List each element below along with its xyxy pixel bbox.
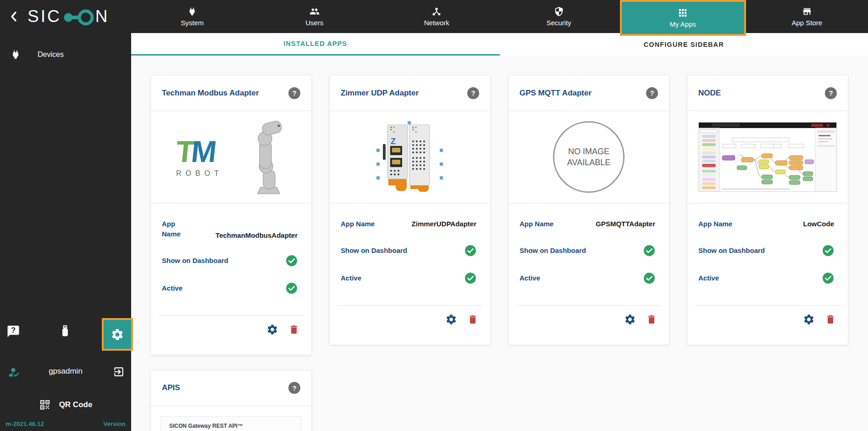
- sidebar-footer-icons: ?: [0, 318, 131, 352]
- no-image-text: NO IMAGE AVAILABLE: [562, 146, 615, 168]
- app-card-zimmer-udp-adapter: Zimmer UDP Adapter ?: [329, 75, 491, 345]
- help-icon[interactable]: ?: [646, 87, 658, 99]
- logo-text-right: N: [95, 7, 110, 26]
- gear-icon: [803, 313, 815, 325]
- gear-icon: [266, 324, 278, 336]
- tm-robot-logo: TM ROBOT: [176, 136, 223, 178]
- app-delete-button[interactable]: [467, 314, 478, 325]
- app-name-label: App Name: [341, 219, 375, 229]
- username-label: gpsadmin: [0, 367, 131, 376]
- logo-link-icon: [62, 8, 96, 27]
- sidebar: SIC N Devices ?: [0, 0, 131, 431]
- tab-installed-apps[interactable]: INSTALLED APPS: [131, 33, 500, 56]
- app-image-tm-robot: TM ROBOT: [151, 111, 311, 203]
- hub-icon: [431, 6, 442, 17]
- help-icon[interactable]: ?: [288, 87, 300, 99]
- user-row: gpsadmin: [0, 361, 131, 382]
- tm-robot-word: ROBOT: [176, 169, 223, 178]
- robot-arm-image: [242, 118, 286, 196]
- device-letter: Z: [391, 137, 396, 146]
- shield-icon: [554, 6, 564, 17]
- trash-icon: [288, 324, 299, 335]
- app-image-io-module: Z: [330, 111, 490, 203]
- sidebar-footer: ? gpsadmin: [0, 307, 131, 431]
- nav-label: System: [181, 19, 204, 27]
- nav-label: Users: [305, 19, 323, 27]
- app-settings-button[interactable]: [624, 313, 636, 325]
- nav-item-security[interactable]: Security: [498, 0, 620, 33]
- plug-icon: [187, 6, 197, 17]
- app-name-value: ZimmerUDPAdapter: [412, 220, 476, 228]
- nav-item-network[interactable]: Network: [376, 0, 498, 33]
- collapse-sidebar-button[interactable]: [6, 9, 21, 24]
- app-name-label: App Name: [698, 219, 732, 229]
- active-label: Active: [162, 283, 182, 293]
- trash-icon: [467, 314, 478, 325]
- show-on-dashboard-label: Show on Dashboard: [520, 246, 586, 256]
- apps-grid-icon: [678, 8, 688, 18]
- logout-button[interactable]: [113, 366, 125, 380]
- app-card-apis: APIS ? SICON Gateway REST API™: [150, 370, 312, 431]
- app-settings-button[interactable]: [803, 313, 815, 325]
- people-icon: [310, 6, 320, 17]
- app-delete-button[interactable]: [288, 324, 299, 335]
- logo-text-left: SIC: [28, 7, 61, 26]
- usb-device-button[interactable]: [59, 325, 72, 340]
- nav-label: App Store: [791, 19, 822, 27]
- storefront-icon: [802, 6, 812, 17]
- app-name-value: TechmanModbusAdapter: [216, 231, 298, 239]
- check-circle-icon: [643, 272, 655, 284]
- tm-letter-m: M: [189, 134, 215, 168]
- nav-item-users[interactable]: Users: [254, 0, 376, 33]
- help-bubble-icon: ?: [6, 325, 20, 338]
- help-icon[interactable]: ?: [825, 87, 837, 99]
- check-circle-icon: [286, 255, 298, 267]
- sidebar-item-devices[interactable]: Devices: [0, 44, 131, 66]
- app-settings-button[interactable]: [266, 324, 278, 336]
- card-title: GPS MQTT Adapter: [520, 89, 592, 98]
- installed-apps-panel: Techman Modbus Adapter ? TM ROBOT: [131, 56, 868, 431]
- qr-code-icon: [39, 399, 51, 411]
- trash-icon: [646, 314, 657, 325]
- usb-drive-icon: [59, 325, 72, 338]
- nav-item-system[interactable]: System: [131, 0, 254, 33]
- sicon-logo: SIC N: [28, 4, 109, 29]
- qr-code-label: QR Code: [59, 400, 93, 409]
- nav-label: Security: [547, 19, 571, 27]
- app-name-value: LowCode: [803, 220, 835, 228]
- gear-icon: [445, 313, 457, 325]
- card-title: Techman Modbus Adapter: [162, 89, 259, 98]
- show-on-dashboard-label: Show on Dashboard: [341, 246, 407, 256]
- plug-icon: [10, 49, 21, 60]
- tab-configure-sidebar[interactable]: CONFIGURE SIDEBAR: [500, 33, 868, 56]
- app-card-techman-modbus-adapter: Techman Modbus Adapter ? TM ROBOT: [150, 75, 312, 355]
- help-icon[interactable]: ?: [467, 87, 479, 99]
- app-name-label: App Name: [162, 219, 185, 239]
- trash-icon: [825, 314, 836, 325]
- apps-tab-bar: INSTALLED APPS CONFIGURE SIDEBAR: [131, 33, 868, 56]
- app-settings-button[interactable]: [445, 313, 457, 325]
- top-navigation: System Users Network Security My Apps Ap…: [131, 0, 868, 33]
- no-image-placeholder: NO IMAGE AVAILABLE: [509, 111, 669, 203]
- card-title: Zimmer UDP Adapter: [341, 89, 419, 98]
- logout-icon: [113, 366, 125, 378]
- app-delete-button[interactable]: [825, 314, 836, 325]
- app-cards-grid: Techman Modbus Adapter ? TM ROBOT: [150, 75, 852, 431]
- app-delete-button[interactable]: [646, 314, 657, 325]
- version-label: Version: [103, 420, 126, 427]
- gear-icon: [111, 328, 124, 341]
- card-title: APIS: [162, 383, 180, 392]
- card-title: NODE: [698, 89, 721, 98]
- check-circle-icon: [822, 245, 834, 257]
- help-button[interactable]: ?: [6, 325, 20, 340]
- sidebar-settings-button[interactable]: [102, 318, 133, 351]
- active-label: Active: [698, 273, 719, 283]
- app-name-value: GPSMQTTAdapter: [596, 220, 655, 228]
- qr-code-button[interactable]: QR Code: [0, 394, 131, 415]
- nav-item-my-apps[interactable]: My Apps: [620, 0, 746, 36]
- nav-label: Network: [424, 19, 449, 27]
- nav-item-app-store[interactable]: App Store: [746, 0, 868, 33]
- gear-icon: [624, 313, 636, 325]
- help-icon[interactable]: ?: [288, 382, 300, 394]
- version-value: m-2021.46.12: [6, 420, 44, 427]
